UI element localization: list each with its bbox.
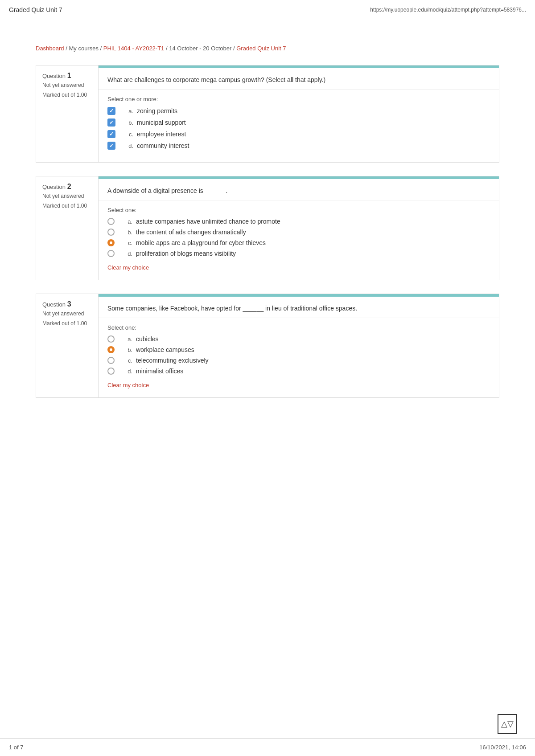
option-2a[interactable]: a. astute companies have unlimited chanc… (107, 218, 490, 225)
breadcrumb-course[interactable]: PHIL 1404 - AY2022-T1 (103, 45, 165, 52)
option-1a[interactable]: a. zoning permits (107, 107, 490, 115)
page-title: Graded Quiz Unit 7 (9, 6, 62, 13)
question-status-3: Not yet answered (42, 310, 92, 318)
radio-2c[interactable] (107, 239, 115, 246)
option-letter-3d: d. (119, 368, 132, 375)
question-options-1: Select one or more: a. zoning permits b.… (99, 90, 499, 162)
main-content: Question 1 Not yet answered Marked out o… (0, 61, 535, 438)
radio-3d[interactable] (107, 368, 115, 375)
question-options-2: Select one: a. astute companies have unl… (99, 200, 499, 280)
option-letter-3a: a. (119, 336, 132, 343)
option-text-2d: proliferation of blogs means visibility (136, 250, 236, 257)
option-letter-2a: a. (119, 218, 132, 225)
option-letter-2c: c. (119, 240, 132, 246)
option-text-1c: employee interest (137, 131, 186, 138)
option-text-3d: minimalist offices (136, 368, 183, 375)
question-card-1: Question 1 Not yet answered Marked out o… (36, 65, 499, 163)
question-text-2: A downside of a digital presence is ____… (99, 179, 499, 200)
option-text-3b: workplace campuses (136, 346, 194, 353)
breadcrumb: Dashboard / My courses / PHIL 1404 - AY2… (0, 18, 535, 61)
question-label-1: Question 1 (42, 72, 92, 80)
question-body-3: Some companies, like Facebook, have opte… (99, 294, 499, 397)
question-label-2: Question 2 (42, 183, 92, 191)
question-mark-3: Marked out of 1.00 (42, 320, 92, 327)
question-status-1: Not yet answered (42, 82, 92, 89)
question-text-3: Some companies, like Facebook, have opte… (99, 297, 499, 318)
question-sidebar-2: Question 2 Not yet answered Marked out o… (36, 176, 99, 280)
option-text-3c: telecommuting exclusively (136, 357, 209, 364)
question-mark-1: Marked out of 1.00 (42, 92, 92, 98)
clear-choice-3[interactable]: Clear my choice (107, 382, 149, 388)
breadcrumb-sep2: / 14 October - 20 October / (166, 45, 236, 52)
option-letter-3c: c. (119, 357, 132, 364)
question-card-3: Question 3 Not yet answered Marked out o… (36, 294, 499, 398)
option-letter-1b: b. (120, 119, 133, 126)
option-letter-1c: c. (120, 131, 133, 138)
radio-3b[interactable] (107, 346, 115, 353)
option-1d[interactable]: d. community interest (107, 142, 490, 150)
question-text-1: What are challenges to corporate mega ca… (99, 68, 499, 90)
option-3a[interactable]: a. cubicles (107, 335, 490, 343)
radio-3c[interactable] (107, 357, 115, 364)
option-text-1b: municipal support (137, 119, 186, 126)
option-letter-2d: d. (119, 250, 132, 257)
radio-2a[interactable] (107, 218, 115, 225)
page-url: https://my.uopeople.edu/mod/quiz/attempt… (370, 7, 526, 13)
option-letter-2b: b. (119, 229, 132, 236)
page-footer: 1 of 7 16/10/2021, 14:06 (0, 738, 535, 756)
question-card-2: Question 2 Not yet answered Marked out o… (36, 176, 499, 280)
checkbox-1a[interactable] (107, 107, 115, 115)
option-3c[interactable]: c. telecommuting exclusively (107, 357, 490, 364)
option-text-2a: astute companies have unlimited chance t… (136, 218, 280, 225)
radio-3a[interactable] (107, 335, 115, 343)
option-1b[interactable]: b. municipal support (107, 119, 490, 127)
option-1c[interactable]: c. employee interest (107, 130, 490, 138)
checkbox-1b[interactable] (107, 119, 115, 127)
footer-datetime: 16/10/2021, 14:06 (479, 744, 526, 751)
breadcrumb-quiz[interactable]: Graded Quiz Unit 7 (236, 45, 286, 52)
option-text-1a: zoning permits (137, 107, 177, 114)
question-sidebar-1: Question 1 Not yet answered Marked out o… (36, 65, 99, 162)
radio-2d[interactable] (107, 250, 115, 257)
page-info: 1 of 7 (9, 744, 24, 751)
option-letter-1d: d. (120, 143, 133, 149)
option-2d[interactable]: d. proliferation of blogs means visibili… (107, 250, 490, 257)
option-2b[interactable]: b. the content of ads changes dramatical… (107, 229, 490, 236)
clear-choice-2[interactable]: Clear my choice (107, 264, 149, 271)
page-header: Graded Quiz Unit 7 https://my.uopeople.e… (0, 0, 535, 18)
radio-2b[interactable] (107, 229, 115, 236)
option-letter-1a: a. (120, 108, 133, 114)
question-sidebar-3: Question 3 Not yet answered Marked out o… (36, 294, 99, 397)
select-label-1: Select one or more: (107, 96, 490, 102)
question-options-3: Select one: a. cubicles b. workplace cam… (99, 318, 499, 397)
option-text-2c: mobile apps are a playground for cyber t… (136, 239, 266, 246)
scroll-icon: △▽ (501, 719, 514, 729)
breadcrumb-dashboard[interactable]: Dashboard (36, 45, 64, 52)
option-3b[interactable]: b. workplace campuses (107, 346, 490, 353)
question-label-3: Question 3 (42, 300, 92, 308)
question-status-2: Not yet answered (42, 192, 92, 200)
question-body-1: What are challenges to corporate mega ca… (99, 65, 499, 162)
breadcrumb-sep1: / My courses / (66, 45, 103, 52)
scroll-button[interactable]: △▽ (498, 714, 517, 734)
checkbox-1c[interactable] (107, 130, 115, 138)
option-text-3a: cubicles (136, 335, 159, 343)
option-letter-3b: b. (119, 347, 132, 353)
select-label-2: Select one: (107, 207, 490, 213)
question-mark-2: Marked out of 1.00 (42, 203, 92, 209)
option-text-2b: the content of ads changes dramatically (136, 229, 246, 236)
question-body-2: A downside of a digital presence is ____… (99, 176, 499, 280)
option-text-1d: community interest (137, 142, 189, 149)
option-2c[interactable]: c. mobile apps are a playground for cybe… (107, 239, 490, 246)
select-label-3: Select one: (107, 324, 490, 331)
checkbox-1d[interactable] (107, 142, 115, 150)
option-3d[interactable]: d. minimalist offices (107, 368, 490, 375)
